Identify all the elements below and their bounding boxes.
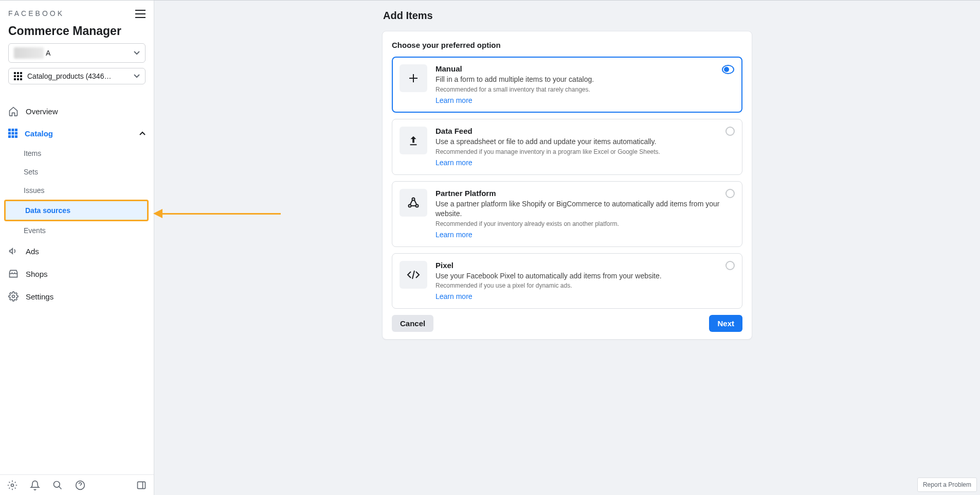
- option-reco: Recommended if your inventory already ex…: [435, 220, 735, 227]
- plus-icon: [400, 64, 427, 92]
- svg-rect-6: [14, 78, 16, 80]
- account-suffix: A: [46, 49, 50, 57]
- option-desc: Fill in a form to add multiple items to …: [435, 75, 735, 84]
- app-title: Commerce Manager: [0, 24, 154, 38]
- sidebar: FACEBOOK Commerce Manager A Catalog_prod…: [0, 1, 154, 495]
- svg-rect-22: [138, 482, 146, 488]
- sidebar-item-events[interactable]: Events: [24, 221, 154, 240]
- sidebar-item-issues[interactable]: Issues: [24, 181, 154, 200]
- network-icon: [400, 189, 427, 217]
- sidebar-item-overview[interactable]: Overview: [0, 100, 154, 122]
- upload-icon: [400, 127, 427, 154]
- svg-rect-0: [14, 72, 16, 74]
- svg-rect-2: [20, 72, 22, 74]
- radio-unselected[interactable]: [725, 189, 735, 198]
- option-reco: Recommended if you use a pixel for dynam…: [435, 282, 735, 289]
- option-pixel[interactable]: Pixel Use your Facebook Pixel to automat…: [392, 253, 742, 309]
- shop-icon: [8, 269, 19, 279]
- brand-label: FACEBOOK: [8, 9, 64, 17]
- sidebar-item-label: Settings: [26, 292, 53, 301]
- code-icon: [400, 261, 427, 289]
- svg-rect-5: [20, 75, 22, 77]
- learn-more-link[interactable]: Learn more: [435, 96, 473, 104]
- sidebar-item-label: Catalog: [25, 129, 53, 138]
- next-button[interactable]: Next: [709, 315, 742, 332]
- sidebar-item-label: Overview: [26, 107, 58, 116]
- gear-icon[interactable]: [7, 480, 17, 490]
- svg-rect-4: [17, 75, 19, 77]
- sidebar-item-label: Ads: [26, 247, 39, 256]
- option-title: Manual: [435, 64, 735, 73]
- option-reco: Recommended if you manage inventory in a…: [435, 148, 735, 155]
- svg-point-25: [416, 204, 419, 207]
- help-icon[interactable]: [75, 480, 85, 490]
- svg-rect-16: [12, 135, 14, 138]
- sidebar-item-settings[interactable]: Settings: [0, 285, 154, 308]
- menu-icon[interactable]: [135, 10, 146, 18]
- home-icon: [8, 106, 19, 116]
- radio-unselected[interactable]: [725, 127, 735, 136]
- account-name-blur: [14, 47, 44, 59]
- account-selector[interactable]: A: [8, 43, 146, 63]
- card-subtitle: Choose your preferred option: [392, 41, 742, 49]
- option-title: Partner Platform: [435, 189, 735, 198]
- caret-down-icon: [134, 51, 140, 55]
- svg-rect-11: [15, 129, 17, 131]
- sidebar-item-catalog[interactable]: Catalog: [0, 122, 154, 144]
- chevron-up-icon: [139, 131, 146, 135]
- page-title: Add Items: [382, 10, 752, 22]
- catalog-selector[interactable]: Catalog_products (43461994...: [8, 68, 146, 84]
- option-reco: Recommended for a small inventory that r…: [435, 86, 735, 93]
- caret-down-icon: [134, 74, 140, 78]
- svg-rect-12: [8, 132, 11, 135]
- radio-selected[interactable]: [722, 65, 734, 74]
- svg-rect-7: [17, 78, 19, 80]
- sidebar-item-items[interactable]: Items: [24, 144, 154, 163]
- main-content: Add Items Choose your preferred option M…: [154, 1, 980, 495]
- sidebar-item-shops[interactable]: Shops: [0, 262, 154, 285]
- option-desc: Use a partner platform like Shopify or B…: [435, 199, 735, 219]
- svg-rect-10: [12, 129, 14, 131]
- svg-point-24: [409, 204, 411, 207]
- option-title: Data Feed: [435, 127, 735, 135]
- gear-icon: [8, 291, 19, 302]
- svg-rect-14: [15, 132, 17, 135]
- catalog-name: Catalog_products (43461994...: [27, 72, 115, 80]
- add-items-card: Choose your preferred option Manual Fill…: [382, 31, 752, 340]
- grid-icon: [14, 72, 22, 80]
- report-problem-button[interactable]: Report a Problem: [917, 478, 977, 492]
- svg-rect-8: [20, 78, 22, 80]
- panel-icon[interactable]: [136, 480, 147, 490]
- svg-point-23: [412, 198, 415, 200]
- svg-rect-1: [17, 72, 19, 74]
- svg-rect-9: [8, 129, 11, 131]
- learn-more-link[interactable]: Learn more: [435, 292, 473, 300]
- grid-icon: [8, 129, 17, 138]
- option-desc: Use a spreadsheet or file to add and upd…: [435, 137, 735, 147]
- radio-unselected[interactable]: [725, 261, 735, 270]
- bell-icon[interactable]: [30, 480, 40, 490]
- svg-rect-17: [15, 135, 17, 138]
- option-data-feed[interactable]: Data Feed Use a spreadsheet or file to a…: [392, 119, 742, 175]
- sidebar-item-sets[interactable]: Sets: [24, 163, 154, 181]
- svg-rect-15: [8, 135, 11, 138]
- sidebar-item-ads[interactable]: Ads: [0, 240, 154, 262]
- svg-rect-13: [12, 132, 14, 135]
- option-desc: Use your Facebook Pixel to automatically…: [435, 271, 735, 281]
- cancel-button[interactable]: Cancel: [392, 315, 433, 332]
- option-manual[interactable]: Manual Fill in a form to add multiple it…: [392, 57, 742, 113]
- option-title: Pixel: [435, 261, 735, 270]
- svg-point-20: [54, 482, 60, 488]
- svg-rect-3: [14, 75, 16, 77]
- svg-point-19: [11, 484, 14, 487]
- option-partner-platform[interactable]: Partner Platform Use a partner platform …: [392, 181, 742, 247]
- sidebar-item-label: Shops: [26, 270, 48, 278]
- annotation-arrow: [153, 209, 281, 218]
- megaphone-icon: [8, 246, 19, 256]
- search-icon[interactable]: [52, 480, 63, 490]
- svg-point-18: [12, 295, 15, 298]
- sidebar-item-data-sources[interactable]: Data sources: [4, 200, 149, 221]
- learn-more-link[interactable]: Learn more: [435, 231, 473, 239]
- learn-more-link[interactable]: Learn more: [435, 158, 473, 167]
